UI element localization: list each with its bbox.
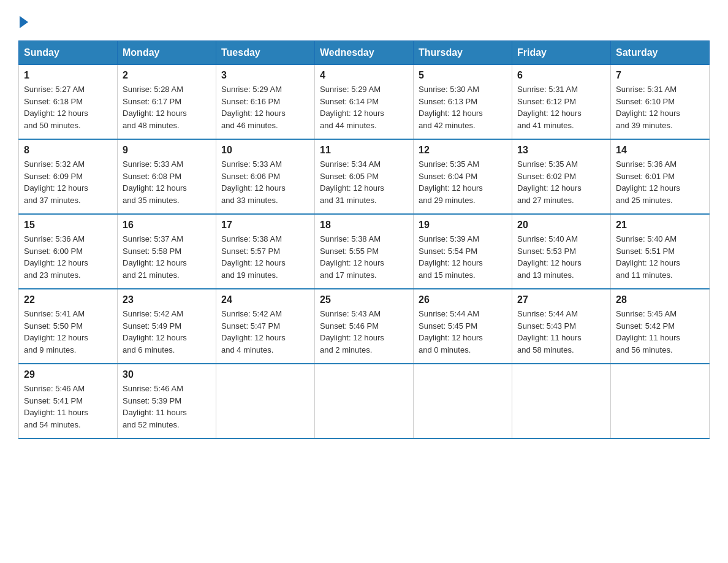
day-number: 21 <box>616 220 704 231</box>
day-info: Sunrise: 5:42 AMSunset: 5:49 PMDaylight:… <box>123 308 211 356</box>
day-number: 25 <box>320 294 408 305</box>
day-number: 14 <box>616 145 704 156</box>
calendar-day-cell: 1Sunrise: 5:27 AMSunset: 6:18 PMDaylight… <box>19 65 118 140</box>
day-info: Sunrise: 5:38 AMSunset: 5:57 PMDaylight:… <box>221 233 309 281</box>
logo-triangle-icon <box>20 16 28 28</box>
day-number: 17 <box>221 220 309 231</box>
day-number: 27 <box>517 294 605 305</box>
day-number: 19 <box>419 220 507 231</box>
logo <box>18 18 28 28</box>
day-number: 28 <box>616 294 704 305</box>
header-cell-monday: Monday <box>118 41 216 65</box>
calendar-day-cell: 29Sunrise: 5:46 AMSunset: 5:41 PMDayligh… <box>19 364 118 439</box>
day-info: Sunrise: 5:33 AMSunset: 6:06 PMDaylight:… <box>221 158 309 206</box>
day-info: Sunrise: 5:44 AMSunset: 5:43 PMDaylight:… <box>517 308 605 356</box>
day-number: 12 <box>419 145 507 156</box>
day-info: Sunrise: 5:36 AMSunset: 6:00 PMDaylight:… <box>24 233 112 281</box>
day-info: Sunrise: 5:39 AMSunset: 5:54 PMDaylight:… <box>419 233 507 281</box>
calendar-day-cell: 8Sunrise: 5:32 AMSunset: 6:09 PMDaylight… <box>19 139 118 214</box>
calendar-day-cell: 23Sunrise: 5:42 AMSunset: 5:49 PMDayligh… <box>118 289 216 364</box>
calendar-body: 1Sunrise: 5:27 AMSunset: 6:18 PMDaylight… <box>19 65 710 439</box>
day-number: 7 <box>616 70 704 81</box>
day-info: Sunrise: 5:40 AMSunset: 5:53 PMDaylight:… <box>517 233 605 281</box>
calendar-day-cell: 18Sunrise: 5:38 AMSunset: 5:55 PMDayligh… <box>315 214 414 289</box>
calendar-day-cell: 16Sunrise: 5:37 AMSunset: 5:58 PMDayligh… <box>118 214 216 289</box>
day-info: Sunrise: 5:40 AMSunset: 5:51 PMDaylight:… <box>616 233 704 281</box>
calendar-week-row: 15Sunrise: 5:36 AMSunset: 6:00 PMDayligh… <box>19 214 710 289</box>
day-info: Sunrise: 5:31 AMSunset: 6:12 PMDaylight:… <box>517 83 605 131</box>
calendar-day-cell <box>611 364 710 439</box>
day-number: 15 <box>24 220 112 231</box>
calendar-day-cell: 4Sunrise: 5:29 AMSunset: 6:14 PMDaylight… <box>315 65 414 140</box>
day-number: 3 <box>221 70 309 81</box>
day-number: 2 <box>123 70 211 81</box>
day-number: 13 <box>517 145 605 156</box>
calendar-day-cell: 12Sunrise: 5:35 AMSunset: 6:04 PMDayligh… <box>414 139 512 214</box>
header-cell-wednesday: Wednesday <box>315 41 414 65</box>
calendar-header: SundayMondayTuesdayWednesdayThursdayFrid… <box>19 41 710 65</box>
calendar-day-cell: 11Sunrise: 5:34 AMSunset: 6:05 PMDayligh… <box>315 139 414 214</box>
day-info: Sunrise: 5:44 AMSunset: 5:45 PMDaylight:… <box>419 308 507 356</box>
calendar-day-cell: 22Sunrise: 5:41 AMSunset: 5:50 PMDayligh… <box>19 289 118 364</box>
calendar-day-cell: 5Sunrise: 5:30 AMSunset: 6:13 PMDaylight… <box>414 65 512 140</box>
header-cell-sunday: Sunday <box>19 41 118 65</box>
day-number: 20 <box>517 220 605 231</box>
calendar-day-cell <box>315 364 414 439</box>
calendar-day-cell: 27Sunrise: 5:44 AMSunset: 5:43 PMDayligh… <box>512 289 611 364</box>
calendar-day-cell: 15Sunrise: 5:36 AMSunset: 6:00 PMDayligh… <box>19 214 118 289</box>
calendar-day-cell: 19Sunrise: 5:39 AMSunset: 5:54 PMDayligh… <box>414 214 512 289</box>
calendar-day-cell <box>414 364 512 439</box>
day-number: 23 <box>123 294 211 305</box>
calendar-day-cell: 28Sunrise: 5:45 AMSunset: 5:42 PMDayligh… <box>611 289 710 364</box>
day-number: 11 <box>320 145 408 156</box>
calendar-day-cell: 9Sunrise: 5:33 AMSunset: 6:08 PMDaylight… <box>118 139 216 214</box>
day-info: Sunrise: 5:29 AMSunset: 6:14 PMDaylight:… <box>320 83 408 131</box>
calendar-day-cell: 13Sunrise: 5:35 AMSunset: 6:02 PMDayligh… <box>512 139 611 214</box>
day-info: Sunrise: 5:45 AMSunset: 5:42 PMDaylight:… <box>616 308 704 356</box>
calendar-week-row: 22Sunrise: 5:41 AMSunset: 5:50 PMDayligh… <box>19 289 710 364</box>
calendar-day-cell: 30Sunrise: 5:46 AMSunset: 5:39 PMDayligh… <box>118 364 216 439</box>
day-number: 1 <box>24 70 112 81</box>
day-number: 6 <box>517 70 605 81</box>
calendar-day-cell: 20Sunrise: 5:40 AMSunset: 5:53 PMDayligh… <box>512 214 611 289</box>
calendar-day-cell: 25Sunrise: 5:43 AMSunset: 5:46 PMDayligh… <box>315 289 414 364</box>
header-cell-friday: Friday <box>512 41 611 65</box>
day-number: 30 <box>123 369 211 380</box>
calendar-day-cell <box>216 364 315 439</box>
calendar-day-cell: 3Sunrise: 5:29 AMSunset: 6:16 PMDaylight… <box>216 65 315 140</box>
day-number: 5 <box>419 70 507 81</box>
day-info: Sunrise: 5:42 AMSunset: 5:47 PMDaylight:… <box>221 308 309 356</box>
day-info: Sunrise: 5:33 AMSunset: 6:08 PMDaylight:… <box>123 158 211 206</box>
day-info: Sunrise: 5:43 AMSunset: 5:46 PMDaylight:… <box>320 308 408 356</box>
day-number: 18 <box>320 220 408 231</box>
page-header <box>18 12 710 28</box>
day-number: 9 <box>123 145 211 156</box>
day-number: 22 <box>24 294 112 305</box>
day-number: 10 <box>221 145 309 156</box>
day-info: Sunrise: 5:46 AMSunset: 5:41 PMDaylight:… <box>24 383 112 431</box>
day-number: 29 <box>24 369 112 380</box>
day-info: Sunrise: 5:46 AMSunset: 5:39 PMDaylight:… <box>123 383 211 431</box>
day-info: Sunrise: 5:28 AMSunset: 6:17 PMDaylight:… <box>123 83 211 131</box>
calendar-day-cell: 24Sunrise: 5:42 AMSunset: 5:47 PMDayligh… <box>216 289 315 364</box>
header-cell-thursday: Thursday <box>414 41 512 65</box>
day-number: 8 <box>24 145 112 156</box>
day-info: Sunrise: 5:32 AMSunset: 6:09 PMDaylight:… <box>24 158 112 206</box>
calendar-day-cell: 26Sunrise: 5:44 AMSunset: 5:45 PMDayligh… <box>414 289 512 364</box>
header-cell-tuesday: Tuesday <box>216 41 315 65</box>
day-number: 24 <box>221 294 309 305</box>
day-info: Sunrise: 5:35 AMSunset: 6:04 PMDaylight:… <box>419 158 507 206</box>
day-number: 26 <box>419 294 507 305</box>
calendar-day-cell: 6Sunrise: 5:31 AMSunset: 6:12 PMDaylight… <box>512 65 611 140</box>
day-number: 16 <box>123 220 211 231</box>
day-info: Sunrise: 5:41 AMSunset: 5:50 PMDaylight:… <box>24 308 112 356</box>
calendar-day-cell: 17Sunrise: 5:38 AMSunset: 5:57 PMDayligh… <box>216 214 315 289</box>
header-row: SundayMondayTuesdayWednesdayThursdayFrid… <box>19 41 710 65</box>
day-info: Sunrise: 5:30 AMSunset: 6:13 PMDaylight:… <box>419 83 507 131</box>
calendar-table: SundayMondayTuesdayWednesdayThursdayFrid… <box>18 40 710 439</box>
day-info: Sunrise: 5:35 AMSunset: 6:02 PMDaylight:… <box>517 158 605 206</box>
calendar-day-cell: 7Sunrise: 5:31 AMSunset: 6:10 PMDaylight… <box>611 65 710 140</box>
logo-blue-part <box>18 18 28 28</box>
day-number: 4 <box>320 70 408 81</box>
day-info: Sunrise: 5:36 AMSunset: 6:01 PMDaylight:… <box>616 158 704 206</box>
